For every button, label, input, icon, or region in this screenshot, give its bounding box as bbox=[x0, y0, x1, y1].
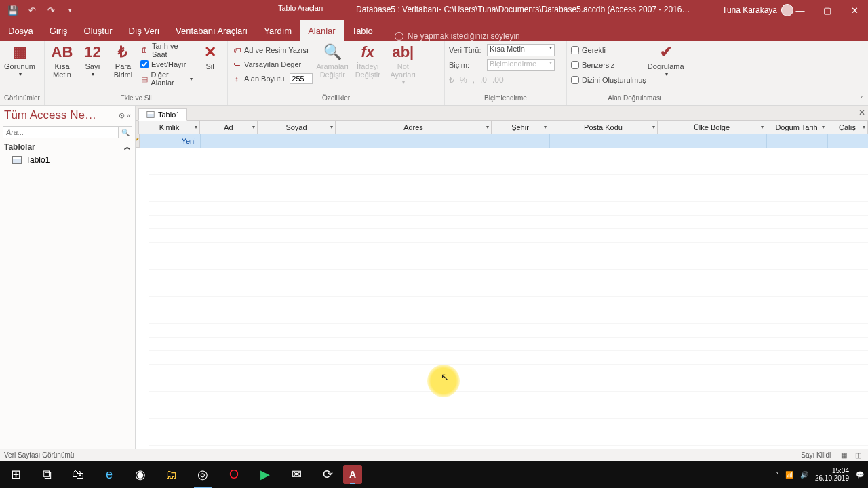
tray-up-icon[interactable]: ˄ bbox=[775, 471, 778, 479]
column-label: Posta Kodu bbox=[584, 123, 623, 131]
explorer-icon[interactable]: 🗂 bbox=[156, 461, 187, 488]
undo-icon[interactable]: ↶ bbox=[24, 3, 39, 18]
qat-more-icon[interactable]: ▾ bbox=[62, 3, 77, 18]
comma-fmt-icon: , bbox=[473, 75, 475, 85]
account-name: Tuna Karakaya bbox=[722, 5, 777, 15]
chevron-down-icon[interactable]: ▾ bbox=[822, 124, 825, 130]
datasheet-view-btn[interactable]: ▦ bbox=[837, 451, 850, 459]
tab-alanlar[interactable]: Alanlar bbox=[300, 20, 343, 41]
edge-icon[interactable]: e bbox=[94, 461, 125, 488]
tab-giris[interactable]: Giriş bbox=[41, 20, 76, 41]
taskbar: ⊞ ⧉ 🛍 e ◉ 🗂 ◎ O ▶ ✉ ⟳ A ˄ 📶 🔊 15:04 26.1… bbox=[0, 461, 868, 488]
nav-header[interactable]: Tüm Access Ne… ⊙ « bbox=[0, 106, 135, 125]
indexed-check[interactable]: Dizini Oluşturulmuş bbox=[571, 73, 646, 87]
currency-button[interactable]: ₺Para Birimi bbox=[110, 43, 136, 79]
account-area[interactable]: Tuna Karakaya bbox=[722, 4, 793, 16]
chevron-down-icon[interactable]: ▾ bbox=[652, 124, 655, 130]
column-header[interactable]: Ad▾ bbox=[200, 121, 258, 134]
delete-button[interactable]: ✕Sil bbox=[197, 43, 223, 70]
steam-icon[interactable]: ⟳ bbox=[312, 461, 343, 488]
nav-group-label: Tablolar bbox=[4, 142, 35, 152]
nav-group-tables[interactable]: Tablolar ︽ bbox=[0, 140, 135, 153]
tab-vbarac[interactable]: Veritabanı Araçları bbox=[167, 20, 256, 41]
chevron-down-icon[interactable]: ▾ bbox=[544, 124, 547, 130]
new-record-row[interactable]: * Yeni bbox=[136, 134, 868, 148]
nav-search-input[interactable] bbox=[3, 126, 119, 138]
tab-olustur[interactable]: Oluştur bbox=[76, 20, 121, 41]
chevron-down-icon[interactable]: ▾ bbox=[761, 124, 764, 130]
notifications-icon[interactable]: 💬 bbox=[856, 471, 864, 479]
chevron-down-icon[interactable]: ▾ bbox=[863, 124, 865, 130]
cell[interactable] bbox=[492, 134, 550, 148]
view-button[interactable]: ▦ Görünüm▾ bbox=[4, 43, 35, 78]
data-type-combo[interactable]: Kısa Metin▾ bbox=[487, 44, 555, 56]
default-value-button[interactable]: ≔Varsayılan Değer bbox=[232, 58, 313, 71]
opera-icon[interactable]: O bbox=[218, 461, 250, 488]
cell[interactable] bbox=[336, 134, 492, 148]
redo-icon[interactable]: ↷ bbox=[43, 3, 58, 18]
validation-button[interactable]: ✔Doğrulama▾ bbox=[650, 43, 682, 78]
volume-icon[interactable]: 🔊 bbox=[800, 471, 808, 479]
collapse-group-icon[interactable]: ︽ bbox=[124, 142, 131, 152]
status-view-label: Veri Sayfası Görünümü bbox=[4, 451, 74, 459]
close-button[interactable]: ✕ bbox=[841, 0, 868, 20]
cell[interactable] bbox=[767, 134, 828, 148]
cell[interactable] bbox=[201, 134, 258, 148]
chevron-down-icon[interactable]: ▾ bbox=[330, 124, 333, 130]
field-size-input[interactable] bbox=[290, 73, 313, 84]
currency-icon: ₺ bbox=[118, 43, 127, 61]
maximize-button[interactable]: ▢ bbox=[814, 0, 841, 20]
save-icon[interactable]: 💾 bbox=[5, 3, 20, 18]
column-header[interactable]: Posta Kodu▾ bbox=[549, 121, 658, 134]
network-icon[interactable]: 📶 bbox=[785, 471, 793, 479]
required-check[interactable]: Gerekli bbox=[571, 43, 646, 57]
tell-me[interactable]: Ne yapmak istediğinizi söyleyin bbox=[395, 31, 520, 41]
search-icon[interactable]: 🔍 bbox=[119, 126, 132, 138]
column-header[interactable]: Adres▾ bbox=[336, 121, 492, 134]
media-icon[interactable]: ▶ bbox=[250, 461, 281, 488]
column-header[interactable]: Şehir▾ bbox=[492, 121, 549, 134]
chevron-down-icon[interactable]: ▾ bbox=[252, 124, 255, 130]
grid-body[interactable] bbox=[149, 148, 868, 449]
column-header[interactable]: Doğum Tarih▾ bbox=[766, 121, 827, 134]
nav-collapse-icon[interactable]: ⊙ « bbox=[119, 111, 131, 120]
access-icon[interactable]: A bbox=[343, 465, 362, 484]
short-text-button[interactable]: ABKısa Metin bbox=[49, 43, 75, 79]
mail-icon[interactable]: ✉ bbox=[281, 461, 312, 488]
number-icon: 12 bbox=[84, 43, 100, 61]
caption-button[interactable]: 🏷Ad ve Resim Yazısı bbox=[232, 43, 313, 57]
start-button[interactable]: ⊞ bbox=[0, 461, 31, 488]
chevron-down-icon[interactable]: ▾ bbox=[486, 124, 489, 130]
tab-disveri[interactable]: Dış Veri bbox=[120, 20, 167, 41]
number-button[interactable]: 12Sayı▾ bbox=[79, 43, 106, 78]
nav-item-tablo1[interactable]: Tablo1 bbox=[0, 153, 135, 167]
column-header[interactable]: Soyad▾ bbox=[258, 121, 336, 134]
cell[interactable] bbox=[550, 134, 658, 148]
cell[interactable]: Yeni bbox=[140, 134, 201, 148]
column-header[interactable]: Ülke Bölge▾ bbox=[658, 121, 766, 134]
unique-check[interactable]: Benzersiz bbox=[571, 58, 646, 72]
cell[interactable] bbox=[258, 134, 336, 148]
cell[interactable] bbox=[658, 134, 767, 148]
obs-icon[interactable]: ◎ bbox=[187, 461, 218, 488]
tab-yardim[interactable]: Yardım bbox=[256, 20, 300, 41]
tab-tablo[interactable]: Tablo bbox=[344, 20, 381, 41]
collapse-ribbon-icon[interactable]: ˄ bbox=[861, 95, 864, 102]
more-fields-button[interactable]: ▤Diğer Alanlar▾ bbox=[140, 72, 193, 85]
taskview-button[interactable]: ⧉ bbox=[31, 461, 62, 488]
close-tab-icon[interactable]: ✕ bbox=[859, 108, 865, 117]
minimize-button[interactable]: — bbox=[787, 0, 814, 20]
store-icon[interactable]: 🛍 bbox=[62, 461, 94, 488]
yesno-button[interactable]: Evet/Hayır bbox=[140, 58, 193, 71]
column-header[interactable]: Çalış▾ bbox=[827, 121, 868, 134]
tab-dosya[interactable]: Dosya bbox=[0, 20, 41, 41]
datasheet-view-icon: ▦ bbox=[13, 43, 27, 61]
clock[interactable]: 15:04 26.10.2019 bbox=[815, 467, 849, 482]
chevron-down-icon[interactable]: ▾ bbox=[195, 124, 197, 130]
cell[interactable] bbox=[828, 134, 868, 148]
chrome-icon[interactable]: ◉ bbox=[125, 461, 156, 488]
datetime-button[interactable]: 🗓Tarih ve Saat bbox=[140, 43, 193, 57]
design-view-btn[interactable]: ◫ bbox=[852, 451, 864, 459]
doc-tab-tablo1[interactable]: Tablo1 bbox=[138, 108, 187, 121]
column-header[interactable]: Kimlik▾ bbox=[139, 121, 200, 134]
